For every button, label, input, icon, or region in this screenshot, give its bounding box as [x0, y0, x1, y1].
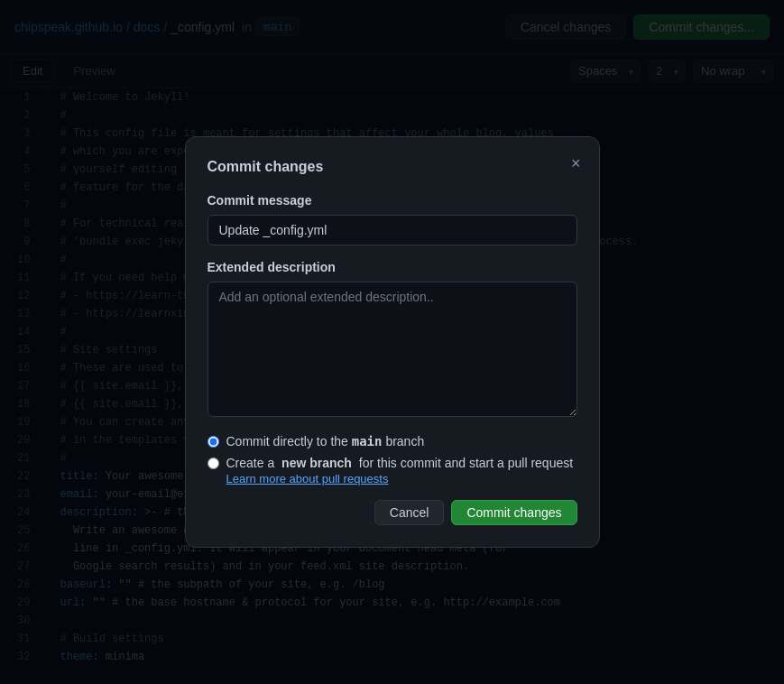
modal-close-button[interactable]: × [567, 152, 585, 175]
radio-direct-branch: main [352, 434, 383, 448]
radio-new-branch-label: Create a new branch for this commit and … [226, 456, 574, 485]
radio-new-branch-input[interactable] [208, 458, 219, 469]
modal-title: Commit changes [208, 159, 577, 175]
radio-direct-text: Commit directly to the [226, 434, 348, 448]
radio-direct-input[interactable] [208, 436, 219, 448]
radio-new-branch-highlight: new branch [281, 456, 352, 470]
radio-direct-item[interactable]: Commit directly to the main branch [208, 434, 577, 448]
commit-message-label: Commit message [208, 193, 577, 208]
commit-message-group: Commit message [208, 193, 577, 245]
commit-message-input[interactable] [208, 215, 577, 245]
extended-description-group: Extended description [208, 260, 577, 420]
radio-new-branch-item[interactable]: Create a new branch for this commit and … [208, 456, 577, 485]
modal-cancel-button[interactable]: Cancel [374, 500, 445, 525]
extended-description-label: Extended description [208, 260, 577, 274]
radio-new-branch-suffix: for this commit and start a pull request [359, 456, 573, 470]
modal-actions: Cancel Commit changes [208, 500, 577, 525]
modal-overlay: Commit changes × Commit message Extended… [0, 0, 784, 684]
modal-commit-button[interactable]: Commit changes [451, 500, 576, 525]
radio-group: Commit directly to the main branch Creat… [208, 434, 577, 485]
extended-description-textarea[interactable] [208, 282, 577, 417]
learn-more-link[interactable]: Learn more about pull requests [226, 472, 574, 485]
commit-modal: Commit changes × Commit message Extended… [185, 136, 600, 548]
radio-direct-suffix: branch [385, 434, 424, 448]
radio-new-branch-prefix: Create a [226, 456, 275, 470]
radio-direct-label: Commit directly to the main branch [226, 434, 425, 448]
